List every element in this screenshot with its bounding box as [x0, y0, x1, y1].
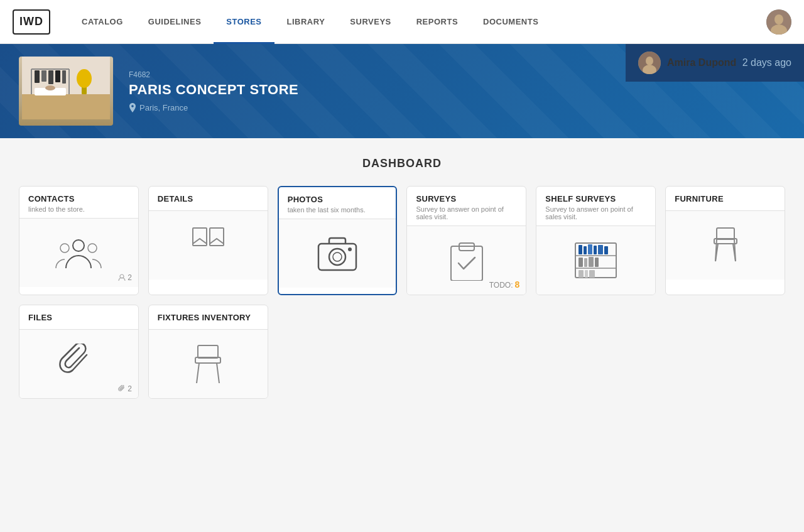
- svg-rect-11: [55, 70, 60, 82]
- nav-stores[interactable]: STORES: [214, 0, 274, 44]
- card-photos[interactable]: PHOTOS taken the last six months.: [278, 186, 398, 295]
- store-banner: F4682 PARIS CONCEPT STORE Paris, France …: [0, 44, 804, 138]
- photos-icon: [315, 235, 359, 273]
- card-photos-title: PHOTOS: [288, 195, 388, 204]
- card-details-title: DETAILS: [158, 194, 259, 204]
- nav-documents[interactable]: DOCUMENTS: [470, 0, 551, 44]
- user-avatar[interactable]: [766, 9, 791, 35]
- svg-rect-36: [584, 246, 587, 254]
- surveys-icon: [448, 240, 486, 281]
- card-files-body: 2: [19, 329, 138, 398]
- card-furniture-body: [666, 210, 785, 280]
- logo[interactable]: IWD: [13, 9, 50, 35]
- dashboard-section: DASHBOARD CONTACTS linked to the store.: [0, 138, 804, 411]
- empty-slot-4: [665, 305, 785, 399]
- contacts-icon: [53, 236, 104, 270]
- card-furniture-header: FURNITURE: [666, 187, 785, 210]
- nav-items: CATALOG GUIDELINES STORES LIBRARY SURVEY…: [69, 0, 766, 43]
- svg-point-18: [646, 57, 653, 65]
- svg-point-21: [60, 244, 69, 252]
- card-fixtures-body: [149, 329, 268, 398]
- nav-library[interactable]: LIBRARY: [274, 0, 338, 44]
- activity-avatar: [638, 52, 661, 74]
- svg-rect-8: [35, 70, 40, 83]
- activity-user: Amira Dupond: [667, 57, 736, 68]
- svg-rect-38: [594, 246, 597, 254]
- dashboard-grid-row1: CONTACTS linked to the store.: [19, 186, 785, 295]
- card-contacts-body: 2: [19, 218, 138, 287]
- card-contacts-header: CONTACTS linked to the store.: [19, 187, 138, 218]
- activity-info: Amira Dupond 2 days ago: [667, 57, 791, 68]
- paperclip-count-icon: [118, 385, 126, 393]
- svg-rect-55: [198, 345, 218, 358]
- svg-point-28: [333, 252, 342, 261]
- card-details-body: [149, 210, 268, 280]
- card-surveys-title: SURVEYS: [416, 194, 517, 204]
- card-surveys-subtitle: Survey to answer on point of sales visit…: [416, 205, 517, 220]
- svg-rect-40: [604, 246, 608, 254]
- card-shelf-surveys[interactable]: SHELF SURVEYS Survey to answer on point …: [536, 186, 656, 295]
- svg-rect-10: [48, 70, 53, 84]
- nav-catalog[interactable]: CATALOG: [69, 0, 136, 44]
- shelf-surveys-icon: [572, 240, 619, 281]
- dashboard-grid-row2: FILES 2 FIXTURES INVENTORY: [19, 305, 785, 399]
- svg-point-27: [329, 249, 345, 265]
- svg-rect-41: [579, 258, 583, 267]
- card-shelf-surveys-body: [536, 225, 655, 295]
- card-surveys[interactable]: SURVEYS Survey to answer on point of sal…: [406, 186, 526, 295]
- empty-slot-2: [406, 305, 526, 399]
- nav-surveys[interactable]: SURVEYS: [337, 0, 403, 44]
- nav-reports[interactable]: REPORTS: [404, 0, 470, 44]
- activity-time: 2 days ago: [742, 57, 791, 68]
- details-icon: [188, 225, 229, 266]
- card-files[interactable]: FILES 2: [19, 305, 139, 399]
- card-files-title: FILES: [28, 313, 129, 322]
- empty-slot-1: [278, 305, 398, 399]
- svg-rect-12: [62, 70, 66, 84]
- card-furniture[interactable]: FURNITURE: [665, 186, 785, 295]
- card-contacts[interactable]: CONTACTS linked to the store.: [19, 186, 139, 295]
- svg-point-29: [348, 247, 352, 251]
- svg-rect-47: [589, 270, 595, 278]
- svg-rect-49: [717, 228, 734, 239]
- card-files-count: 2: [118, 384, 132, 393]
- svg-rect-30: [451, 246, 482, 281]
- svg-line-57: [217, 363, 219, 383]
- card-surveys-todo: TODO:8: [489, 280, 520, 290]
- svg-line-56: [197, 363, 199, 383]
- card-contacts-count: 2: [118, 273, 132, 282]
- card-photos-body: [279, 219, 396, 288]
- store-name: PARIS CONCEPT STORE: [129, 82, 785, 98]
- svg-rect-3: [22, 94, 110, 119]
- furniture-chair-icon: [707, 225, 744, 266]
- store-location-text: Paris, France: [139, 103, 188, 112]
- card-photos-header: PHOTOS taken the last six months.: [279, 187, 396, 219]
- svg-point-1: [774, 14, 783, 24]
- card-furniture-title: FURNITURE: [675, 194, 776, 204]
- card-fixtures-inventory[interactable]: FIXTURES INVENTORY: [148, 305, 268, 399]
- svg-rect-45: [579, 270, 584, 278]
- svg-rect-43: [589, 257, 594, 267]
- store-location: Paris, France: [129, 103, 785, 112]
- navbar: IWD CATALOG GUIDELINES STORES LIBRARY SU…: [0, 0, 804, 44]
- svg-rect-37: [588, 244, 592, 254]
- svg-point-14: [77, 69, 92, 88]
- card-shelf-surveys-subtitle: Survey to answer on point of sales visit…: [545, 205, 646, 220]
- card-contacts-subtitle: linked to the store.: [28, 205, 129, 213]
- svg-rect-9: [41, 70, 46, 82]
- svg-point-22: [88, 244, 97, 252]
- empty-slot-3: [536, 305, 656, 399]
- card-photos-subtitle: taken the last six months.: [288, 206, 388, 214]
- card-contacts-title: CONTACTS: [28, 194, 129, 204]
- svg-rect-42: [584, 258, 587, 267]
- location-pin-icon: [129, 103, 136, 112]
- nav-guidelines[interactable]: GUIDELINES: [136, 0, 214, 44]
- card-details-header: DETAILS: [149, 187, 268, 210]
- card-shelf-surveys-title: SHELF SURVEYS: [545, 194, 646, 204]
- svg-rect-39: [598, 245, 603, 254]
- svg-rect-46: [585, 270, 588, 278]
- svg-rect-44: [595, 258, 599, 267]
- store-thumbnail: [19, 57, 113, 126]
- card-surveys-body: TODO:8: [407, 225, 526, 295]
- card-details[interactable]: DETAILS: [148, 186, 268, 295]
